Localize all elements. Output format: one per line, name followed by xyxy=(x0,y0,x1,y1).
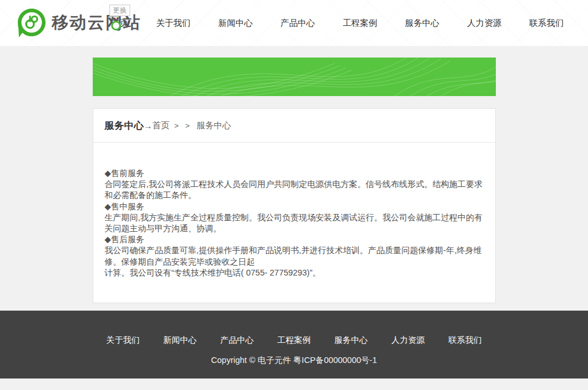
nav-item-news[interactable]: 新闻中心 xyxy=(204,13,267,33)
footer-nav: 关于我们 新闻中心 产品中心 工程案例 服务中心 人力资源 联系我们 xyxy=(0,311,588,346)
service-content-text: ◆售前服务 合同签定后,我公司将派工程技术人员会同用户共同制定电源供电方案。信号… xyxy=(93,143,495,303)
footer-nav-products[interactable]: 产品中心 xyxy=(221,335,254,346)
breadcrumb-separator: > > xyxy=(174,121,192,130)
breadcrumb: 服务中心 → 首页 > > 服务中心 xyxy=(93,109,495,143)
footer-nav-hr[interactable]: 人力资源 xyxy=(392,335,425,346)
banner-wave-pattern xyxy=(93,58,496,96)
footer-nav-services[interactable]: 服务中心 xyxy=(335,335,368,346)
logo-icon xyxy=(17,8,46,38)
header: 移动云网站 更换 首页 关于我们 新闻中心 产品中心 工程案例 服务中心 人力资… xyxy=(0,0,588,46)
footer-nav-cases[interactable]: 工程案例 xyxy=(278,335,311,346)
nav-item-contact[interactable]: 联系我们 xyxy=(515,13,578,33)
copyright-text: Copyright © 电子元件 粤ICP备00000000号-1 xyxy=(0,355,588,366)
breadcrumb-arrow: → xyxy=(144,121,153,131)
nav-item-about[interactable]: 关于我们 xyxy=(142,13,204,33)
content-card: 服务中心 → 首页 > > 服务中心 ◆售前服务 合同签定后,我公司将派工程技术… xyxy=(93,108,496,303)
main-nav: 首页 关于我们 新闻中心 产品中心 工程案例 服务中心 人力资源 联系我们 xyxy=(97,0,578,46)
logo-ring-decoration xyxy=(111,21,121,30)
nav-item-services[interactable]: 服务中心 xyxy=(391,13,453,33)
footer-nav-news[interactable]: 新闻中心 xyxy=(164,335,197,346)
nav-item-hr[interactable]: 人力资源 xyxy=(453,13,515,33)
footer: 关于我们 新闻中心 产品中心 工程案例 服务中心 人力资源 联系我们 Copyr… xyxy=(0,311,588,378)
footer-nav-about[interactable]: 关于我们 xyxy=(107,335,140,346)
banner xyxy=(93,58,496,96)
nav-item-cases[interactable]: 工程案例 xyxy=(329,13,391,33)
footer-nav-contact[interactable]: 联系我们 xyxy=(449,335,482,346)
breadcrumb-current: 服务中心 xyxy=(196,120,231,131)
breadcrumb-home-link[interactable]: 首页 xyxy=(153,120,170,131)
change-template-button[interactable]: 更换 xyxy=(109,5,130,16)
nav-item-products[interactable]: 产品中心 xyxy=(267,13,329,33)
breadcrumb-title: 服务中心 xyxy=(105,119,144,132)
